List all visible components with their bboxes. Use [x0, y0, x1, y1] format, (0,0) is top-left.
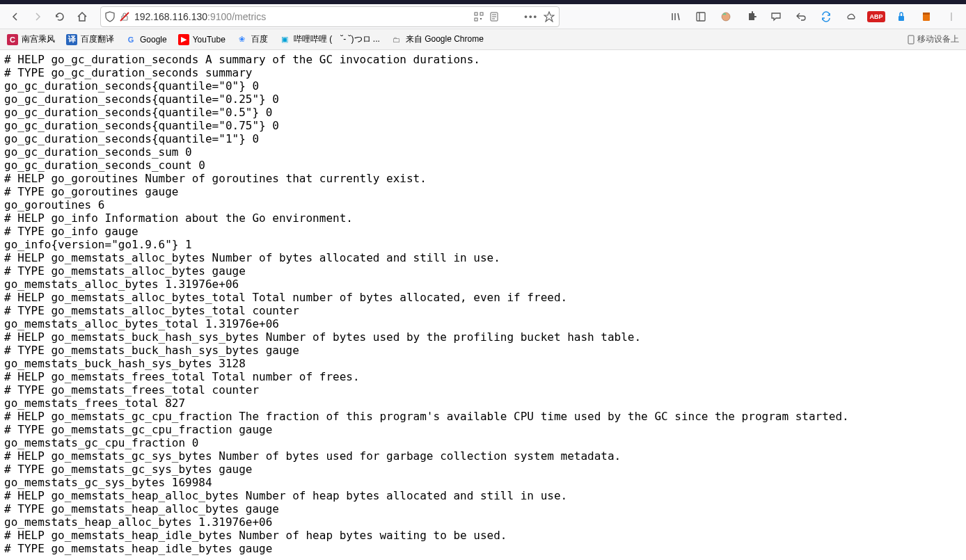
bookmark-star-icon[interactable] [544, 11, 555, 22]
bookmark-icon: ▶ [178, 34, 189, 45]
page-actions-icon[interactable]: ••• [524, 11, 538, 22]
undo-arrow-icon[interactable] [792, 8, 810, 26]
back-button[interactable] [6, 7, 25, 26]
bookmark-label: YouTube [193, 35, 225, 45]
library-icon[interactable] [667, 8, 685, 26]
forward-button[interactable] [28, 7, 47, 26]
adblock-icon[interactable]: ABP [867, 8, 885, 26]
sidebar-icon[interactable] [692, 8, 710, 26]
svg-rect-21 [908, 35, 914, 44]
bookmark-icon: C [7, 34, 18, 45]
metrics-output: # HELP go_gc_duration_seconds A summary … [0, 50, 966, 558]
address-bar[interactable]: 192.168.116.130:9100/metrics ••• [100, 6, 560, 27]
bookmark-item-5[interactable]: ▣哔哩哔哩 ( ˘- ˘)つロ ... [279, 33, 380, 45]
svg-rect-2 [475, 13, 477, 15]
tracking-shield-icon[interactable] [105, 11, 115, 22]
svg-rect-13 [697, 13, 705, 21]
cloud-icon[interactable] [842, 8, 860, 26]
more-toolbar-icon[interactable] [942, 8, 960, 26]
notes-icon[interactable] [917, 8, 935, 26]
svg-rect-5 [480, 18, 482, 19]
browser-toolbar: 192.168.116.130:9100/metrics ••• [0, 4, 966, 29]
bookmark-item-6[interactable]: 🗀来自 Google Chrome [391, 33, 484, 45]
mobile-sync-label[interactable]: 移动设备上 [908, 33, 959, 45]
home-button[interactable] [72, 7, 92, 26]
bookmark-item-0[interactable]: C南宫乘风 [7, 33, 55, 45]
svg-rect-19 [923, 13, 930, 15]
chat-icon[interactable] [767, 8, 785, 26]
bookmark-item-3[interactable]: ▶YouTube [178, 33, 225, 45]
reload-button[interactable] [50, 7, 70, 26]
bookmarks-bar: C南宫乘风译百度翻译GGoogle▶YouTube❀百度▣哔哩哔哩 ( ˘- ˘… [0, 29, 966, 50]
sync-icon[interactable] [817, 8, 835, 26]
phone-icon [908, 35, 914, 45]
password-lock-icon[interactable] [892, 8, 910, 26]
globe-icon[interactable] [717, 8, 735, 26]
qr-icon[interactable] [474, 12, 484, 22]
bookmark-icon: 译 [66, 34, 77, 45]
bookmark-item-4[interactable]: ❀百度 [237, 33, 268, 45]
bookmark-label: 哔哩哔哩 ( ˘- ˘)つロ ... [294, 33, 380, 45]
bookmark-label: 百度翻译 [81, 33, 114, 45]
url-text: 192.168.116.130:9100/metrics [134, 11, 470, 22]
svg-rect-4 [475, 18, 477, 21]
svg-rect-3 [480, 13, 483, 15]
bookmark-label: 百度 [251, 33, 268, 45]
bookmark-label: Google [140, 35, 167, 45]
bookmark-icon: ❀ [237, 34, 248, 45]
bookmark-icon: ▣ [279, 34, 290, 45]
insecure-connection-icon[interactable] [119, 11, 130, 22]
bookmark-label: 南宫乘风 [22, 33, 55, 45]
svg-line-12 [678, 13, 679, 20]
bookmark-icon: 🗀 [391, 34, 402, 45]
svg-rect-17 [898, 16, 904, 21]
bookmark-item-1[interactable]: 译百度翻译 [66, 33, 114, 45]
extension-puzzle-icon[interactable] [742, 8, 760, 26]
reader-mode-icon[interactable] [489, 12, 499, 22]
bookmark-item-2[interactable]: GGoogle [125, 33, 167, 45]
bookmark-icon: G [125, 34, 136, 45]
bookmark-label: 来自 Google Chrome [406, 33, 484, 45]
